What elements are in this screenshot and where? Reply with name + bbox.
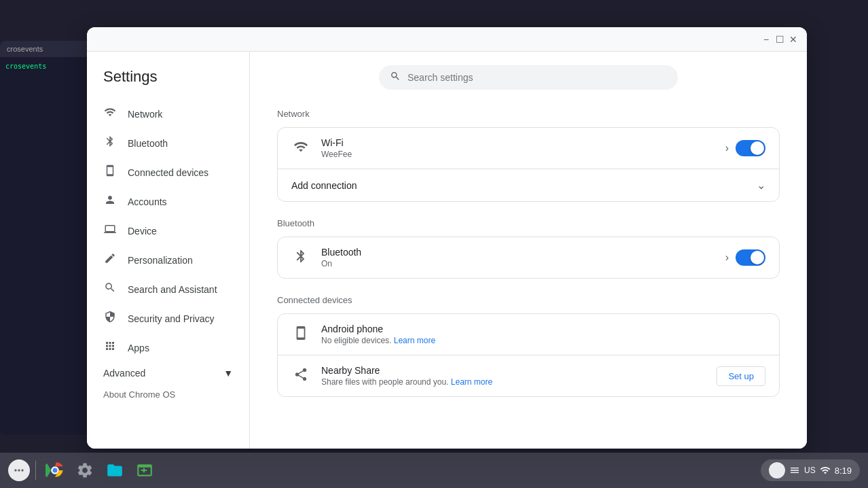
sidebar-personalization-label: Personalization <box>128 255 193 266</box>
apps-icon <box>103 340 117 355</box>
sidebar-item-bluetooth[interactable]: Bluetooth <box>87 128 244 158</box>
taskbar-menu-icon <box>789 465 800 476</box>
taskbar-divider <box>35 461 36 480</box>
accounts-icon <box>103 194 117 209</box>
nearby-share-actions: Set up <box>717 366 765 386</box>
wifi-text: Wi-Fi WeeFee <box>321 137 715 159</box>
sidebar-item-network[interactable]: Network <box>87 99 244 128</box>
nearby-share-learn-more-link[interactable]: Learn more <box>451 377 492 387</box>
device-icon <box>103 223 117 239</box>
files-app[interactable] <box>101 457 128 484</box>
android-phone-title: Android phone <box>321 324 765 334</box>
us-label: US <box>804 466 816 475</box>
wifi-title: Wi-Fi <box>321 137 715 148</box>
sidebar-item-device[interactable]: Device <box>87 216 244 245</box>
bluetooth-row[interactable]: Bluetooth On › <box>278 237 779 278</box>
sidebar-item-personalization[interactable]: Personalization <box>87 245 244 275</box>
close-button[interactable]: ✕ <box>788 34 799 45</box>
personalization-icon <box>103 252 117 268</box>
taskbar: US 8:19 <box>0 453 868 488</box>
add-connection-row[interactable]: Add connection ⌄ <box>278 169 779 201</box>
nearby-share-row: Nearby Share Share files with people aro… <box>278 355 779 396</box>
svg-point-0 <box>18 469 20 471</box>
android-phone-row: Android phone No eligible devices. Learn… <box>278 314 779 355</box>
settings-body: Settings Network Bluetooth Connected dev… <box>87 52 807 449</box>
sidebar-apps-label: Apps <box>128 343 149 353</box>
nearby-share-icon <box>291 367 310 385</box>
svg-point-5 <box>53 468 58 473</box>
sidebar-advanced-label: Advanced <box>103 368 145 379</box>
sidebar-bluetooth-label: Bluetooth <box>128 138 168 149</box>
setup-button[interactable]: Set up <box>717 366 765 386</box>
sidebar-item-apps[interactable]: Apps <box>87 333 244 362</box>
advanced-chevron-icon: ▼ <box>223 368 233 379</box>
search-bar-container <box>379 65 678 90</box>
connected-devices-card: Android phone No eligible devices. Learn… <box>277 313 780 397</box>
add-connection-chevron-icon: ⌄ <box>757 179 765 192</box>
svg-point-2 <box>21 469 23 471</box>
terminal-title-text: crosevents <box>7 45 43 53</box>
network-heading: Network <box>277 109 780 119</box>
bluetooth-icon <box>103 135 117 151</box>
sidebar-about[interactable]: About Chrome OS <box>87 384 249 405</box>
bluetooth-toggle-thumb <box>751 251 764 264</box>
wifi-chevron-icon: › <box>725 142 729 154</box>
taskbar-left <box>8 457 158 484</box>
search-icon <box>390 71 401 84</box>
chrome-app[interactable] <box>41 457 69 484</box>
network-icon <box>103 106 117 122</box>
bluetooth-subtitle: On <box>321 259 715 268</box>
sidebar-device-label: Device <box>128 226 157 237</box>
taskbar-user-avatar <box>769 462 785 478</box>
wifi-toggle-thumb <box>751 141 764 155</box>
bluetooth-title: Bluetooth <box>321 247 715 258</box>
sidebar-item-search-assistant[interactable]: Search and Assistant <box>87 275 244 304</box>
sidebar-advanced-section[interactable]: Advanced ▼ <box>87 362 249 384</box>
wifi-row[interactable]: Wi-Fi WeeFee › <box>278 128 779 169</box>
terminal-window: crosevents crosevents <box>0 41 95 435</box>
nearby-share-subtitle: Share files with people around you. Lear… <box>321 377 706 387</box>
launcher-button[interactable] <box>8 459 30 481</box>
bluetooth-text: Bluetooth On <box>321 247 715 268</box>
connected-devices-heading: Connected devices <box>277 295 780 305</box>
nearby-share-text: Nearby Share Share files with people aro… <box>321 365 706 387</box>
svg-point-1 <box>14 469 16 471</box>
wifi-subtitle: WeeFee <box>321 150 715 159</box>
search-input[interactable] <box>408 72 667 83</box>
taskbar-time: 8:19 <box>835 466 852 476</box>
minimize-button[interactable]: − <box>761 34 772 45</box>
window-chrome: − ☐ ✕ <box>87 27 807 52</box>
terminal-line: crosevents <box>5 63 90 70</box>
system-tray[interactable]: US 8:19 <box>761 459 860 481</box>
wifi-toggle[interactable] <box>736 140 765 156</box>
bluetooth-card: Bluetooth On › <box>277 237 780 279</box>
nearby-share-title: Nearby Share <box>321 365 706 376</box>
wifi-actions: › <box>725 140 765 156</box>
sidebar-accounts-label: Accounts <box>128 196 167 207</box>
android-phone-subtitle: No eligible devices. Learn more <box>321 336 765 345</box>
maximize-button[interactable]: ☐ <box>774 34 785 45</box>
sidebar-network-label: Network <box>128 109 162 120</box>
security-privacy-icon <box>103 311 117 326</box>
network-card: Wi-Fi WeeFee › Add connection <box>277 127 780 202</box>
sidebar-item-accounts[interactable]: Accounts <box>87 187 244 216</box>
main-content: Network Wi-Fi WeeFee › <box>250 52 807 449</box>
search-assistant-icon <box>103 281 117 297</box>
connected-devices-icon <box>103 164 117 180</box>
sidebar-about-label: About Chrome OS <box>103 389 175 400</box>
sidebar-connected-devices-label: Connected devices <box>128 167 209 178</box>
bluetooth-section: Bluetooth Bluetooth On › <box>277 218 780 279</box>
terminal-app[interactable] <box>131 457 158 484</box>
android-phone-text: Android phone No eligible devices. Learn… <box>321 324 765 345</box>
sidebar-security-privacy-label: Security and Privacy <box>128 313 215 324</box>
bluetooth-actions: › <box>725 249 765 266</box>
sidebar-item-connected-devices[interactable]: Connected devices <box>87 158 244 187</box>
bluetooth-heading: Bluetooth <box>277 218 780 228</box>
bluetooth-toggle[interactable] <box>736 249 765 266</box>
settings-app[interactable] <box>71 457 98 484</box>
bluetooth-chevron-icon: › <box>725 251 729 264</box>
settings-window: − ☐ ✕ Settings Network Bluetooth <box>87 27 807 449</box>
sidebar-item-security-privacy[interactable]: Security and Privacy <box>87 304 244 333</box>
android-learn-more-link[interactable]: Learn more <box>394 336 435 345</box>
terminal-content: crosevents <box>0 57 95 75</box>
